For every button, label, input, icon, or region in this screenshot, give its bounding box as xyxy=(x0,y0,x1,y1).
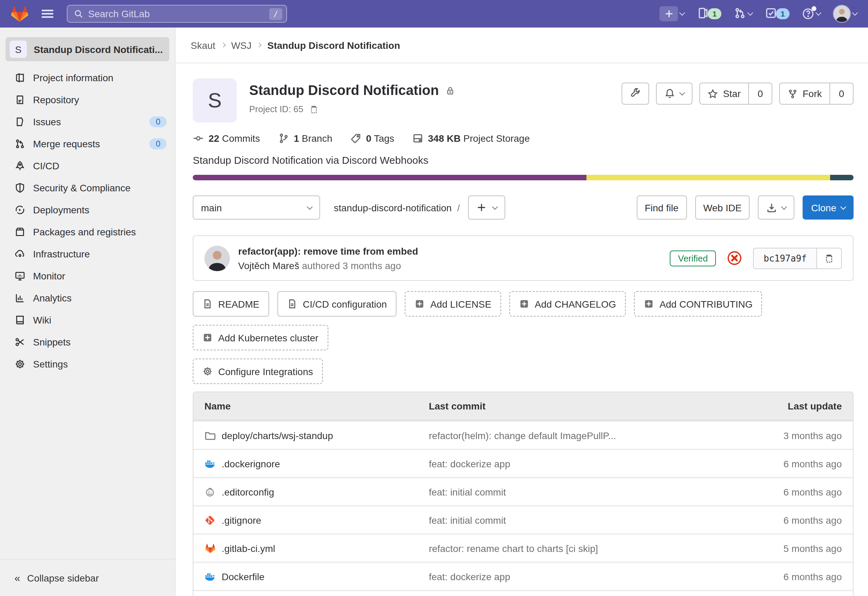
help-menu-icon[interactable] xyxy=(802,7,814,20)
last-update-text: 6 months ago xyxy=(725,486,842,497)
sidebar-item-ci-cd[interactable]: CI/CD xyxy=(0,155,175,177)
verified-badge[interactable]: Verified xyxy=(670,250,716,266)
table-row[interactable]: .gitlab-ci.yml refactor: rename chart to… xyxy=(193,533,853,562)
branch-selector[interactable]: main xyxy=(193,195,320,220)
clone-button[interactable]: Clone xyxy=(803,195,853,220)
admin-wrench-button[interactable] xyxy=(622,83,650,105)
branches-stat[interactable]: 1 Branch xyxy=(278,133,332,144)
disk-icon xyxy=(412,133,423,144)
commit-message-link[interactable]: feat: initial commit xyxy=(429,515,506,525)
breadcrumb-group[interactable]: Skaut xyxy=(191,40,216,50)
sidebar-item-settings[interactable]: Settings xyxy=(0,353,175,375)
sidebar-project-title: Standup Discord Notificati... xyxy=(34,44,163,55)
commit-message-link[interactable]: feat: dockerize app xyxy=(429,571,511,582)
sidebar-item-monitor[interactable]: Monitor xyxy=(0,265,175,287)
search-input[interactable] xyxy=(88,8,265,19)
download-button[interactable] xyxy=(758,195,795,220)
sidebar-item-project-information[interactable]: Project information xyxy=(0,67,175,89)
hamburger-menu-icon[interactable] xyxy=(41,7,55,21)
file-icon xyxy=(287,299,297,309)
file-name-link[interactable]: .gitignore xyxy=(221,515,261,525)
global-search[interactable]: / xyxy=(67,5,287,23)
star-count[interactable]: 0 xyxy=(749,83,772,105)
readme-button[interactable]: README xyxy=(193,291,269,317)
sidebar-item-security-compliance[interactable]: Security & Compliance xyxy=(0,177,175,199)
bell-icon xyxy=(664,88,676,99)
commit-message-link[interactable]: refactor(helm): change default ImagePull… xyxy=(429,430,616,441)
breadcrumb: Skaut WSJ Standup Discord Notification xyxy=(176,28,868,63)
file-name-link[interactable]: .dockerignore xyxy=(221,458,280,469)
table-row[interactable]: .editorconfig feat: initial commit 6 mon… xyxy=(193,477,853,505)
configure-integrations-button[interactable]: Configure Integrations xyxy=(193,358,323,384)
language-bar[interactable] xyxy=(193,175,853,180)
new-menu-button[interactable] xyxy=(660,6,678,21)
sidebar-item-repository[interactable]: Repository xyxy=(0,89,175,111)
sidebar-item-merge-requests[interactable]: Merge requests 0 xyxy=(0,133,175,155)
commit-author-link[interactable]: Vojtěch Mareš xyxy=(238,260,299,271)
add-kubernetes-cluster-button[interactable]: Add Kubernetes cluster xyxy=(193,325,328,350)
commit-message-link[interactable]: feat: initial commit xyxy=(429,486,506,497)
chevron-down-icon[interactable] xyxy=(747,10,753,16)
file-name-link[interactable]: .gitlab-ci.yml xyxy=(221,543,275,554)
add-file-dropdown[interactable] xyxy=(468,195,505,220)
add-contributing-button[interactable]: Add CONTRIBUTING xyxy=(634,291,762,317)
add-changelog-button[interactable]: Add CHANGELOG xyxy=(509,291,626,317)
fork-count[interactable]: 0 xyxy=(830,83,853,105)
file-name-link[interactable]: Dockerfile xyxy=(221,571,265,582)
copy-sha-button[interactable] xyxy=(817,248,842,269)
gitlab-logo-icon[interactable] xyxy=(11,6,28,22)
collapse-sidebar-button[interactable]: « Collapse sidebar xyxy=(0,559,175,596)
star-button[interactable]: Star xyxy=(700,83,749,105)
fork-button[interactable]: Fork xyxy=(779,83,830,105)
commit-message-link[interactable]: feat: dockerize app xyxy=(429,458,511,469)
issues-nav-icon[interactable] xyxy=(697,7,709,21)
cicd-configuration-button[interactable]: CI/CD configuration xyxy=(278,291,397,317)
gear-icon xyxy=(15,358,25,370)
storage-stat[interactable]: 348 KB Project Storage xyxy=(412,133,530,144)
commit-title-link[interactable]: refactor(app): remove time from embed xyxy=(238,245,418,257)
chevron-down-icon[interactable] xyxy=(679,10,685,16)
table-row[interactable]: M↓ README.md feat: initial commit 6 mont… xyxy=(193,590,853,596)
commit-author-avatar[interactable] xyxy=(204,245,230,271)
sidebar-item-wiki[interactable]: Wiki xyxy=(0,309,175,331)
add-license-button[interactable]: Add LICENSE xyxy=(405,291,501,317)
file-name-link[interactable]: deploy/charts/wsj-standup xyxy=(221,430,333,441)
repo-path-root[interactable]: standup-discord-notification xyxy=(334,202,452,213)
breadcrumb-subgroup[interactable]: WSJ xyxy=(231,40,252,50)
web-ide-button[interactable]: Web IDE xyxy=(695,195,750,220)
table-row[interactable]: Dockerfile feat: dockerize app 6 months … xyxy=(193,562,853,590)
table-row[interactable]: .dockerignore feat: dockerize app 6 mont… xyxy=(193,449,853,477)
issues-count-badge[interactable]: 1 xyxy=(708,8,721,19)
sidebar-item-packages-registries[interactable]: Packages and registries xyxy=(0,221,175,243)
table-row[interactable]: .gitignore feat: initial commit 6 months… xyxy=(193,505,853,533)
merge-requests-icon xyxy=(15,138,25,149)
todos-count-badge[interactable]: 1 xyxy=(776,8,790,19)
branch-icon xyxy=(278,133,289,144)
todos-nav-icon[interactable] xyxy=(765,7,777,21)
breadcrumb-project[interactable]: Standup Discord Notification xyxy=(267,40,400,50)
tags-stat[interactable]: 0 Tags xyxy=(350,133,394,144)
pipeline-failed-icon[interactable] xyxy=(727,251,743,266)
project-avatar-letter: S xyxy=(10,41,27,58)
notifications-button[interactable] xyxy=(656,83,693,105)
merge-requests-nav-icon[interactable] xyxy=(734,7,746,21)
copy-project-id-icon[interactable] xyxy=(309,104,319,114)
file-name-link[interactable]: .editorconfig xyxy=(221,486,274,497)
chevron-down-icon[interactable] xyxy=(816,10,822,16)
sidebar-project-context[interactable]: S Standup Discord Notificati... xyxy=(6,37,169,61)
user-avatar[interactable] xyxy=(833,5,851,23)
sidebar-item-issues[interactable]: Issues 0 xyxy=(0,111,175,133)
commit-message-link[interactable]: refactor: rename chart to charts [ci ski… xyxy=(429,543,598,554)
sidebar-item-infrastructure[interactable]: Infrastructure xyxy=(0,243,175,265)
commit-meta-text: authored 3 months ago xyxy=(302,260,401,271)
table-row[interactable]: deploy/charts/wsj-standup refactor(helm)… xyxy=(193,420,853,449)
editorconfig-icon xyxy=(204,486,216,497)
commits-stat[interactable]: 22 Commits xyxy=(193,133,260,144)
chevron-down-icon[interactable] xyxy=(852,10,858,16)
repository-icon xyxy=(15,94,25,105)
sidebar-item-snippets[interactable]: Snippets xyxy=(0,331,175,353)
sidebar-item-deployments[interactable]: Deployments xyxy=(0,199,175,221)
sidebar-item-analytics[interactable]: Analytics xyxy=(0,287,175,309)
find-file-button[interactable]: Find file xyxy=(636,195,686,220)
repo-path: standup-discord-notification / xyxy=(334,202,460,213)
